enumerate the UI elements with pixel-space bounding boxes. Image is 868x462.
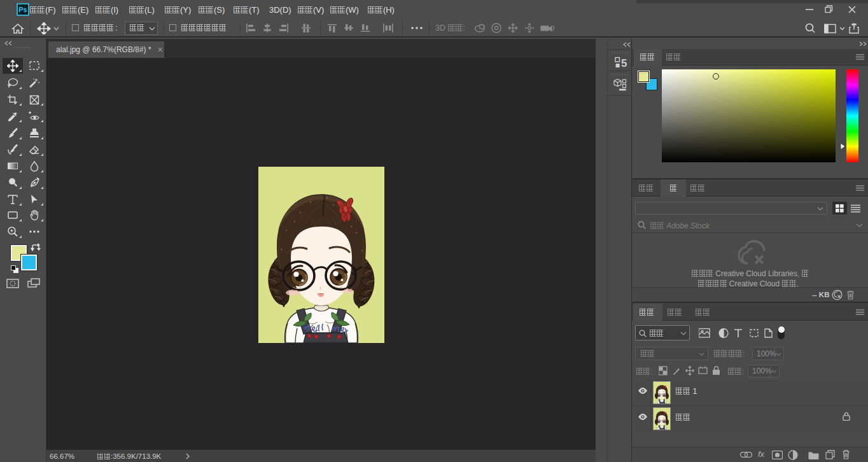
svg-text:5: 5: [621, 57, 627, 69]
